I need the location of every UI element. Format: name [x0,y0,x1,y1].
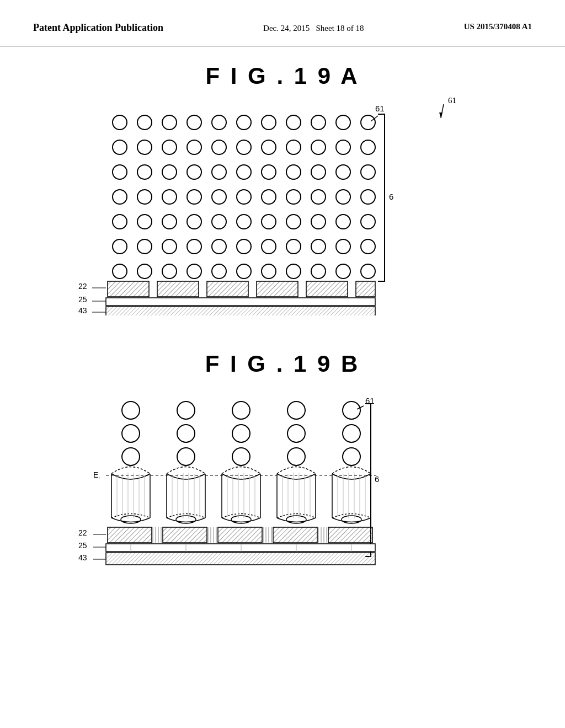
svg-point-78 [361,264,375,279]
svg-point-7 [237,115,251,130]
svg-point-51 [237,215,251,229]
svg-point-9 [286,115,301,130]
svg-point-12 [361,115,375,130]
svg-point-45 [361,190,375,204]
svg-point-10 [311,115,326,130]
svg-point-56 [361,215,375,229]
fig19a-dot-area: 61 [76,106,462,318]
svg-point-108 [287,448,305,465]
svg-point-76 [311,264,326,279]
svg-point-39 [212,190,226,204]
svg-rect-161 [163,527,207,543]
svg-point-49 [187,215,201,229]
svg-point-36 [137,190,152,204]
svg-point-75 [286,264,301,279]
svg-point-73 [237,264,251,279]
svg-point-20 [286,140,301,154]
fig19b-title: F I G . 1 9 B [44,351,521,377]
sheet-info: Sheet 18 of 18 [316,24,364,33]
svg-point-50 [212,215,226,229]
svg-point-29 [237,165,251,179]
svg-point-102 [177,448,195,465]
svg-point-71 [187,264,201,279]
svg-point-64 [286,239,301,254]
svg-rect-187 [106,553,375,565]
svg-rect-162 [218,527,262,543]
svg-point-66 [336,239,350,254]
svg-point-72 [212,264,226,279]
svg-point-32 [311,165,326,179]
svg-point-43 [311,190,326,204]
svg-point-103 [232,402,250,419]
svg-rect-160 [108,527,152,543]
svg-point-99 [122,448,140,465]
svg-point-37 [162,190,177,204]
svg-point-42 [286,190,301,204]
svg-point-69 [137,264,152,279]
svg-point-65 [311,239,326,254]
pub-date: Dec. 24, 2015 [263,24,310,33]
svg-point-4 [162,115,177,130]
svg-point-26 [162,165,177,179]
fig19b-container: 61 6 [76,394,489,644]
svg-point-63 [262,239,276,254]
label-e-19b: E [93,470,98,479]
svg-rect-88 [356,281,375,297]
svg-point-18 [237,140,251,154]
svg-rect-90 [106,307,375,315]
svg-rect-89 [106,298,375,306]
fig19a-container: 61 [76,106,489,318]
svg-point-70 [162,264,177,279]
fig19b-svg: 61 6 [76,394,462,642]
svg-rect-164 [328,527,372,543]
svg-point-46 [113,215,127,229]
svg-point-47 [137,215,152,229]
main-content: F I G . 1 9 A 61 [0,46,565,683]
svg-point-22 [336,140,350,154]
svg-point-25 [137,165,152,179]
svg-point-3 [137,115,152,130]
svg-point-59 [162,239,177,254]
svg-rect-83 [108,281,149,297]
label-43-19b: 43 [78,553,87,562]
svg-point-106 [287,402,305,419]
svg-point-35 [113,190,127,204]
label-22-19b: 22 [78,528,87,537]
arrow-61-19a [435,104,452,121]
svg-point-77 [336,264,350,279]
svg-point-33 [336,165,350,179]
svg-point-97 [122,402,140,419]
svg-point-30 [262,165,276,179]
label-25-19a: 25 [78,295,87,304]
svg-point-34 [361,165,375,179]
svg-point-16 [187,140,201,154]
svg-point-111 [343,448,360,465]
svg-point-54 [311,215,326,229]
svg-point-24 [113,165,127,179]
label-6-19b: 6 [375,474,379,484]
publication-date-sheet: Dec. 24, 2015 Sheet 18 of 18 [263,22,364,35]
fig19a-title: F I G . 1 9 A [44,63,521,89]
label-6-text: 6 [389,192,393,201]
svg-point-98 [122,425,140,442]
label-61-text: 61 [375,106,385,113]
svg-point-41 [262,190,276,204]
svg-point-15 [162,140,177,154]
svg-point-38 [187,190,201,204]
svg-point-58 [137,239,152,254]
svg-point-67 [361,239,375,254]
svg-point-48 [162,215,177,229]
svg-point-27 [187,165,201,179]
label-25-19b: 25 [78,541,87,550]
svg-rect-84 [157,281,199,297]
label-61-19a: 61 [448,96,456,105]
page: Patent Application Publication Dec. 24, … [0,0,565,728]
svg-point-14 [137,140,152,154]
svg-rect-85 [207,281,248,297]
svg-point-109 [343,402,360,419]
svg-point-52 [262,215,276,229]
svg-rect-163 [273,527,317,543]
svg-point-61 [212,239,226,254]
svg-point-13 [113,140,127,154]
svg-point-11 [336,115,350,130]
